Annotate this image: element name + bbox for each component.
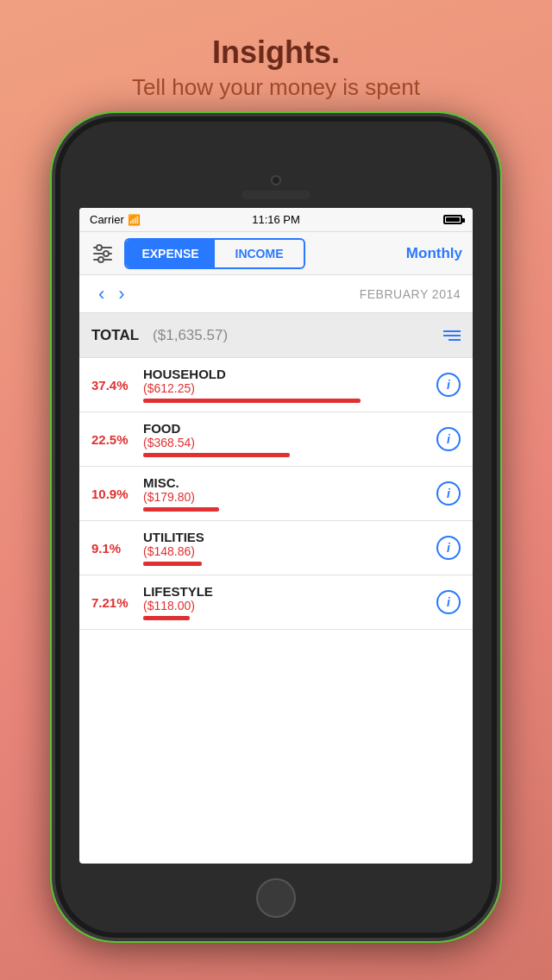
- total-amount: ($1,635.57): [153, 327, 228, 344]
- svg-point-3: [104, 251, 109, 256]
- nav-date: FEBRUARY 2014: [360, 287, 461, 301]
- app-header: Insights. Tell how your money is spent: [132, 0, 420, 101]
- phone-screen: Carrier 📶 11:16 PM: [79, 208, 473, 864]
- expense-tab[interactable]: EXPENSE: [126, 240, 215, 267]
- total-row: TOTAL ($1,635.57): [79, 313, 473, 358]
- cat-bar: [143, 562, 202, 566]
- phone-speaker: [242, 191, 310, 199]
- category-row: 9.1% UTILITIES ($148.86) i: [79, 521, 473, 575]
- carrier-label: Carrier: [90, 213, 124, 226]
- cat-percentage: 10.9%: [91, 487, 136, 501]
- monthly-button[interactable]: Monthly: [406, 245, 462, 262]
- phone-camera: [271, 175, 281, 185]
- info-button[interactable]: i: [436, 373, 461, 397]
- status-left: Carrier 📶: [90, 213, 141, 226]
- prev-arrow[interactable]: ‹: [91, 283, 111, 305]
- cat-percentage: 9.1%: [91, 541, 136, 556]
- cat-bar-wrapper: [143, 562, 436, 566]
- cat-info: UTILITIES ($148.86): [143, 530, 436, 566]
- categories-list: 37.4% HOUSEHOLD ($612.25) i 22.5% FOOD (…: [79, 358, 473, 630]
- category-row: 10.9% MISC. ($179.80) i: [79, 467, 473, 521]
- cat-bar: [143, 399, 361, 403]
- cat-bar-wrapper: [143, 507, 436, 512]
- cat-name: MISC.: [143, 475, 436, 490]
- cat-amount: ($118.00): [143, 599, 436, 612]
- cat-bar: [143, 616, 190, 620]
- cat-bar-wrapper: [143, 399, 436, 403]
- cat-name: UTILITIES: [143, 530, 436, 544]
- list-sort-icon[interactable]: [443, 330, 461, 341]
- info-button[interactable]: i: [436, 481, 461, 506]
- cat-amount: ($612.25): [143, 381, 436, 395]
- phone-top-area: [79, 122, 473, 208]
- info-button[interactable]: i: [436, 427, 461, 451]
- wifi-icon: 📶: [128, 214, 141, 226]
- category-row: 22.5% FOOD ($368.54) i: [79, 412, 473, 467]
- svg-point-5: [98, 257, 104, 262]
- info-button[interactable]: i: [436, 590, 461, 614]
- cat-info: MISC. ($179.80): [143, 475, 436, 512]
- cat-percentage: 22.5%: [91, 432, 136, 447]
- segment-control[interactable]: EXPENSE INCOME: [124, 238, 305, 269]
- category-row: 37.4% HOUSEHOLD ($612.25) i: [79, 358, 473, 412]
- cat-amount: ($368.54): [143, 436, 436, 449]
- status-bar: Carrier 📶 11:16 PM: [79, 208, 473, 232]
- next-arrow[interactable]: ›: [111, 283, 131, 305]
- phone-bottom-bar: [79, 864, 473, 933]
- cat-name: HOUSEHOLD: [143, 367, 436, 381]
- cat-bar-wrapper: [143, 616, 436, 620]
- cat-info: LIFESTYLE ($118.00): [143, 584, 436, 620]
- status-right: [443, 215, 462, 224]
- home-button[interactable]: [256, 878, 296, 918]
- total-label: TOTAL: [91, 327, 139, 344]
- info-button[interactable]: i: [436, 536, 461, 560]
- status-time: 11:16 PM: [252, 213, 300, 226]
- svg-point-1: [97, 245, 102, 250]
- app-subtitle: Tell how your money is spent: [132, 74, 420, 101]
- nav-bar: ‹ › FEBRUARY 2014: [79, 275, 473, 313]
- cat-name: FOOD: [143, 421, 436, 436]
- cat-percentage: 7.21%: [91, 595, 136, 610]
- battery-icon: [443, 215, 462, 224]
- cat-bar: [143, 453, 290, 457]
- cat-name: LIFESTYLE: [143, 584, 436, 599]
- income-tab[interactable]: INCOME: [215, 240, 304, 267]
- cat-info: HOUSEHOLD ($612.25): [143, 367, 436, 403]
- cat-percentage: 37.4%: [91, 378, 136, 393]
- cat-info: FOOD ($368.54): [143, 421, 436, 457]
- cat-amount: ($179.80): [143, 490, 436, 504]
- cat-bar-wrapper: [143, 453, 436, 457]
- category-row: 7.21% LIFESTYLE ($118.00) i: [79, 575, 473, 630]
- battery-fill: [446, 217, 460, 222]
- phone-shell: Carrier 📶 11:16 PM: [60, 122, 492, 933]
- app-title: Insights.: [132, 35, 420, 71]
- phone-frame: Carrier 📶 11:16 PM: [60, 122, 492, 933]
- cat-amount: ($148.86): [143, 544, 436, 558]
- toolbar: EXPENSE INCOME Monthly: [79, 232, 473, 275]
- cat-bar: [143, 507, 219, 512]
- settings-icon[interactable]: [90, 241, 116, 267]
